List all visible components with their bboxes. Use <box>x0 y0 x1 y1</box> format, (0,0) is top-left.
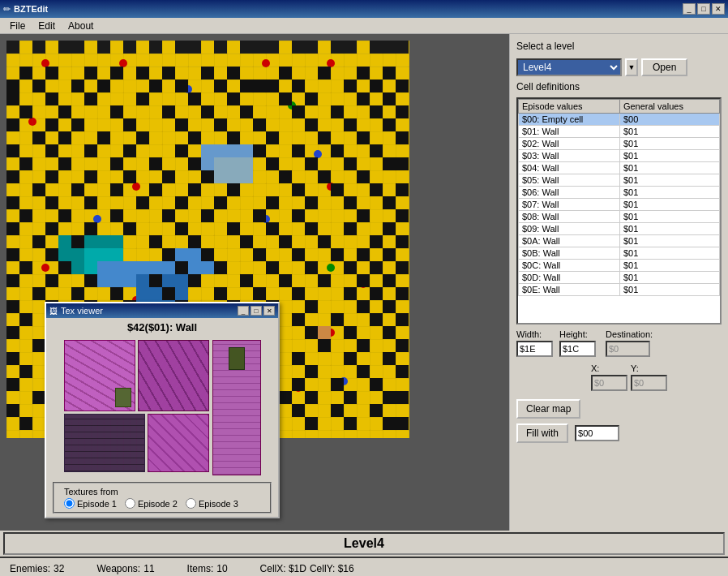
svg-rect-150 <box>279 170 292 183</box>
menu-about[interactable]: About <box>62 19 100 33</box>
svg-rect-133 <box>370 144 383 157</box>
table-row[interactable]: $04: Wall$01 <box>519 162 720 174</box>
svg-rect-27 <box>396 41 409 54</box>
close-button[interactable]: ✕ <box>712 3 725 15</box>
clear-map-button[interactable]: Clear map <box>516 399 580 419</box>
episode1-radio[interactable] <box>64 498 75 509</box>
svg-rect-174 <box>58 209 71 222</box>
episode3-label: Episode 3 <box>199 499 238 509</box>
table-row[interactable]: $06: Wall$01 <box>519 187 720 199</box>
episode2-radio-label[interactable]: Episode 2 <box>125 498 178 509</box>
svg-rect-318 <box>383 391 396 404</box>
table-row[interactable]: $03: Wall$01 <box>519 150 720 162</box>
svg-point-50 <box>327 264 335 272</box>
minimize-button[interactable]: _ <box>683 3 696 15</box>
tex-viewer-title: Tex viewer <box>61 306 103 316</box>
svg-rect-338 <box>344 417 357 430</box>
general-value-cell: $01 <box>619 223 719 235</box>
table-row[interactable]: $07: Wall$01 <box>519 199 720 211</box>
svg-rect-56 <box>162 67 175 80</box>
level-select-row: Level4 Level1 Level2 Level3 Level5 ▼ Ope… <box>516 58 722 76</box>
fill-with-button[interactable]: Fill with <box>516 423 568 443</box>
episode3-radio-label[interactable]: Episode 3 <box>186 498 238 509</box>
maximize-button[interactable]: □ <box>697 3 710 15</box>
svg-rect-317 <box>344 391 357 404</box>
tex-tile-4[interactable] <box>148 414 209 472</box>
svg-rect-173 <box>19 209 32 222</box>
svg-rect-68 <box>175 80 188 92</box>
table-row[interactable]: $05: Wall$01 <box>519 174 720 187</box>
table-row[interactable]: $0B: Wall$01 <box>519 247 720 260</box>
app-icon: ✏ <box>3 4 11 15</box>
svg-point-43 <box>314 150 322 158</box>
cell-definitions-table-wrapper[interactable]: Episode values General values $00: Empty… <box>516 97 722 325</box>
table-row[interactable]: $00: Empty cell$00 <box>519 114 720 126</box>
tex-viewer-controls: _ □ ✕ <box>238 306 275 316</box>
svg-rect-107 <box>71 118 84 131</box>
level-dropdown[interactable]: Level4 Level1 Level2 Level3 Level5 <box>516 58 622 76</box>
svg-rect-71 <box>253 80 266 92</box>
episode-value-cell: $09: Wall <box>519 223 620 235</box>
svg-rect-171 <box>344 196 357 209</box>
tex-close-button[interactable]: ✕ <box>263 306 275 316</box>
svg-rect-199 <box>370 235 383 248</box>
open-button[interactable]: Open <box>641 58 687 76</box>
table-row[interactable]: $01: Wall$01 <box>519 126 720 138</box>
table-row[interactable]: $0D: Wall$01 <box>519 272 720 284</box>
svg-rect-89 <box>188 92 201 105</box>
svg-rect-14 <box>149 41 162 54</box>
table-row[interactable]: $0C: Wall$01 <box>519 260 720 272</box>
table-row[interactable]: $02: Wall$01 <box>519 138 720 150</box>
svg-rect-106 <box>45 118 58 131</box>
menu-bar: File Edit About <box>0 18 728 34</box>
table-row[interactable]: $08: Wall$01 <box>519 211 720 223</box>
right-panel: Select a level Level4 Level1 Level2 Leve… <box>509 34 728 531</box>
svg-rect-154 <box>71 183 84 196</box>
svg-rect-222 <box>149 274 162 287</box>
height-input[interactable] <box>559 341 596 357</box>
tex-tile-5[interactable] <box>212 340 261 475</box>
width-input[interactable] <box>516 341 553 357</box>
tex-tile-3[interactable] <box>64 414 145 472</box>
table-row[interactable]: $0A: Wall$01 <box>519 235 720 247</box>
map-area[interactable]: 🖼 Tex viewer _ □ ✕ $42($01): Wall <box>0 34 509 531</box>
svg-rect-221 <box>84 274 97 287</box>
tex-tile-1[interactable] <box>64 340 135 411</box>
svg-rect-217 <box>370 261 383 274</box>
svg-rect-104 <box>396 105 409 118</box>
fill-value-input[interactable] <box>575 425 619 441</box>
episode3-radio[interactable] <box>186 498 196 509</box>
svg-rect-57 <box>201 67 214 80</box>
svg-rect-146 <box>84 170 97 183</box>
episode1-radio-label[interactable]: Episode 1 <box>64 498 117 509</box>
dropdown-arrow-button[interactable]: ▼ <box>625 58 638 76</box>
svg-rect-225 <box>279 274 292 287</box>
svg-rect-278 <box>396 339 409 352</box>
svg-rect-287 <box>344 352 357 365</box>
destination-input[interactable] <box>606 341 650 357</box>
tex-maximize-button[interactable]: □ <box>251 306 262 316</box>
svg-rect-238 <box>396 287 409 300</box>
episode-value-cell: $04: Wall <box>519 162 620 174</box>
svg-rect-111 <box>253 118 266 131</box>
tex-minimize-button[interactable]: _ <box>238 306 249 316</box>
x-input[interactable] <box>591 375 627 391</box>
svg-rect-55 <box>136 67 149 80</box>
general-value-cell: $01 <box>619 138 719 150</box>
tex-tile-2[interactable] <box>138 340 209 411</box>
y-input[interactable] <box>631 375 667 391</box>
y-group: Y: <box>631 363 667 391</box>
table-row[interactable]: $0E: Wall$01 <box>519 284 720 296</box>
menu-file[interactable]: File <box>3 19 32 33</box>
svg-rect-22 <box>305 41 318 54</box>
svg-rect-203 <box>162 248 175 261</box>
svg-rect-64 <box>32 80 45 92</box>
table-row[interactable]: $09: Wall$01 <box>519 223 720 235</box>
episode2-radio[interactable] <box>125 498 135 509</box>
menu-edit[interactable]: Edit <box>32 19 62 33</box>
svg-rect-63 <box>6 80 19 92</box>
svg-rect-165 <box>84 196 97 209</box>
svg-rect-140 <box>305 157 318 170</box>
svg-rect-180 <box>357 209 370 222</box>
svg-rect-155 <box>110 183 123 196</box>
